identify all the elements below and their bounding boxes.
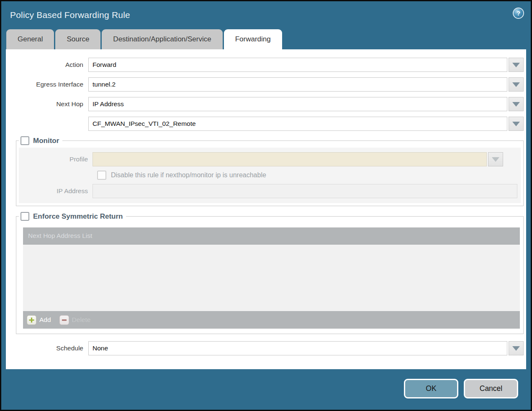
plus-icon	[27, 315, 36, 325]
delete-button: Delete	[59, 315, 91, 325]
chevron-down-icon	[492, 157, 499, 162]
enforce-symmetric-return-checkbox[interactable]	[21, 212, 29, 221]
disable-rule-label: Disable this rule if nexthop/monitor ip …	[111, 171, 266, 179]
next-hop-address-list-table: Next Hop Address List Add Delete	[23, 227, 520, 329]
dialog-title: Policy Based Forwarding Rule	[10, 10, 130, 20]
monitor-ip-row: IP Address	[19, 184, 519, 198]
monitor-caption: Monitor	[33, 137, 59, 145]
action-label: Action	[6, 61, 88, 69]
profile-select	[93, 152, 487, 166]
egress-interface-select[interactable]: tunnel.2	[88, 77, 507, 92]
next-hop-address-dropdown-button[interactable]	[509, 117, 524, 131]
dialog-footer: OK Cancel	[3, 369, 529, 408]
monitor-checkbox[interactable]	[21, 136, 29, 145]
tab-label: Forwarding	[235, 35, 271, 43]
schedule-value: None	[93, 345, 108, 352]
egress-interface-row: Egress Interface tunnel.2	[6, 77, 524, 92]
schedule-label: Schedule	[6, 345, 88, 352]
tab-bar: General Source Destination/Application/S…	[1, 29, 531, 49]
action-row: Action Forward	[6, 58, 524, 72]
minus-icon	[59, 315, 69, 325]
add-button[interactable]: Add	[27, 315, 51, 325]
next-hop-row: Next Hop IP Address	[6, 97, 524, 111]
ok-button[interactable]: OK	[404, 379, 458, 398]
chevron-down-icon	[512, 102, 520, 107]
disable-rule-row: Disable this rule if nexthop/monitor ip …	[97, 171, 519, 180]
help-icon[interactable]: ?	[513, 8, 524, 19]
help-glyph: ?	[517, 10, 520, 17]
profile-row: Profile	[19, 152, 519, 166]
cancel-button[interactable]: Cancel	[464, 379, 518, 398]
next-hop-type-value: IP Address	[93, 100, 124, 108]
chevron-down-icon	[512, 122, 520, 126]
monitor-ip-label: IP Address	[19, 187, 93, 195]
tab-destination-application-service[interactable]: Destination/Application/Service	[102, 29, 222, 49]
schedule-row: Schedule None	[6, 341, 524, 355]
chevron-down-icon	[512, 82, 520, 87]
next-hop-address-list-header-label: Next Hop Address List	[28, 232, 92, 240]
dialog-titlebar: Policy Based Forwarding Rule ?	[1, 1, 531, 29]
action-value: Forward	[93, 61, 116, 69]
tab-label: Destination/Application/Service	[113, 35, 211, 43]
tab-forwarding[interactable]: Forwarding	[224, 29, 282, 49]
action-select[interactable]: Forward	[88, 58, 507, 72]
add-button-label: Add	[39, 316, 51, 324]
next-hop-address-row: CF_MWAN_IPsec_VTI_02_Remote	[6, 117, 524, 131]
policy-based-forwarding-dialog: Policy Based Forwarding Rule ? General S…	[0, 0, 532, 411]
profile-label: Profile	[19, 156, 93, 163]
monitor-panel: Profile Disable this rule if nexthop/mon…	[19, 148, 521, 203]
disable-rule-checkbox	[97, 171, 106, 180]
next-hop-type-dropdown-button[interactable]	[509, 97, 524, 111]
next-hop-address-list-body	[23, 245, 520, 311]
next-hop-address-value: CF_MWAN_IPsec_VTI_02_Remote	[93, 120, 196, 128]
profile-dropdown-button	[488, 152, 503, 166]
tab-content-forwarding: Action Forward Egress Interface tunnel.2	[6, 49, 526, 370]
next-hop-label: Next Hop	[6, 100, 88, 108]
tab-label: General	[18, 35, 43, 43]
egress-interface-dropdown-button[interactable]	[509, 77, 524, 92]
enforce-symmetric-return-caption: Enforce Symmetric Return	[33, 212, 123, 221]
enforce-symmetric-return-legend: Enforce Symmetric Return	[19, 212, 126, 221]
egress-interface-value: tunnel.2	[93, 81, 116, 88]
next-hop-type-select[interactable]: IP Address	[88, 97, 507, 111]
chevron-down-icon	[512, 63, 520, 67]
schedule-select[interactable]: None	[88, 341, 507, 355]
monitor-ip-input	[93, 184, 517, 198]
egress-interface-label: Egress Interface	[6, 81, 88, 88]
chevron-down-icon	[512, 346, 520, 351]
next-hop-address-select[interactable]: CF_MWAN_IPsec_VTI_02_Remote	[88, 117, 507, 131]
next-hop-address-list-footer: Add Delete	[23, 311, 520, 329]
tab-source[interactable]: Source	[55, 29, 100, 49]
monitor-section: Monitor Profile Disable	[16, 136, 524, 206]
delete-button-label: Delete	[72, 316, 91, 324]
enforce-symmetric-return-section: Enforce Symmetric Return Next Hop Addres…	[16, 212, 524, 334]
schedule-dropdown-button[interactable]	[509, 341, 524, 355]
next-hop-address-list-header: Next Hop Address List	[23, 227, 520, 245]
monitor-legend: Monitor	[19, 136, 62, 145]
tab-general[interactable]: General	[6, 29, 54, 49]
action-dropdown-button[interactable]	[509, 58, 524, 72]
tab-label: Source	[67, 35, 89, 43]
